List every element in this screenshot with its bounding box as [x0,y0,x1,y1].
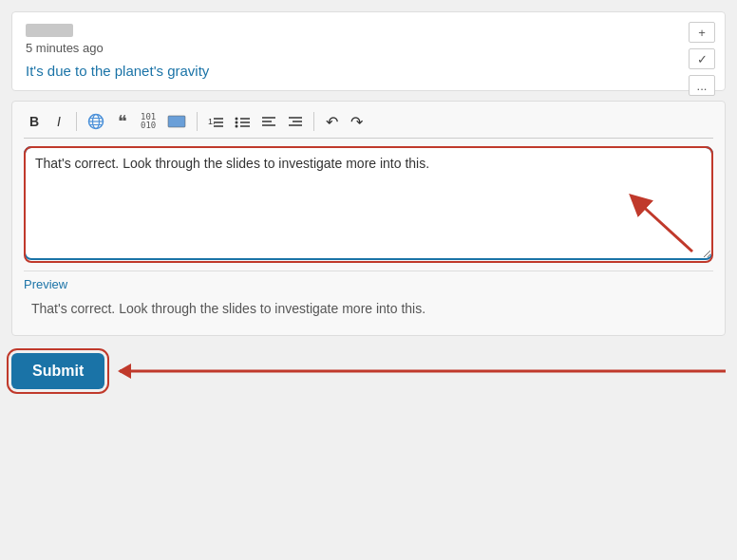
main-container: 5 minutes ago It's due to the planet's g… [0,0,737,560]
submit-arrow-annotation [120,362,726,381]
align-right-icon [288,115,303,128]
check-button[interactable]: ✓ [689,48,715,69]
comment-text: It's due to the planet's gravity [26,63,711,79]
svg-point-12 [236,125,238,128]
arrow-line [120,370,726,373]
align-left-icon [261,115,276,128]
comment-actions: + ✓ ... [689,22,715,96]
editor-toolbar: B I ❝ 101010 [24,111,713,139]
preview-text: That's correct. Look through the slides … [24,295,713,322]
align-right-button[interactable] [284,111,307,132]
align-left-button[interactable] [257,111,280,132]
add-button[interactable]: + [689,22,715,43]
preview-label: Preview [24,277,713,291]
bold-button[interactable]: B [24,111,45,132]
unordered-list-icon [235,115,250,128]
svg-rect-5 [168,116,185,127]
code-button[interactable]: 101010 [137,111,160,132]
reply-textarea[interactable]: That's correct. Look through the slides … [24,146,713,260]
unordered-list-button[interactable] [231,111,254,132]
submit-button[interactable]: Submit [11,353,104,389]
quote-button[interactable]: ❝ [112,111,133,132]
image-icon [167,115,186,128]
submit-area: Submit [11,345,726,393]
globe-button[interactable] [84,111,108,132]
undo-button[interactable]: ↶ [321,111,342,132]
avatar [26,24,73,37]
svg-point-11 [236,121,238,124]
toolbar-divider-3 [313,112,314,131]
italic-button[interactable]: I [48,111,69,132]
preview-section: Preview That's correct. Look through the… [24,271,713,322]
image-button[interactable] [163,111,190,132]
globe-icon [87,113,104,130]
svg-point-10 [236,118,238,121]
comment-time: 5 minutes ago [26,41,711,55]
comment-card: 5 minutes ago It's due to the planet's g… [11,11,726,91]
ordered-list-icon: 1. [208,115,223,128]
toolbar-divider-1 [76,112,77,131]
redo-button[interactable]: ↷ [346,111,367,132]
toolbar-divider-2 [197,112,198,131]
editor-card: B I ❝ 101010 [11,101,726,336]
textarea-wrapper: That's correct. Look through the slides … [24,146,713,263]
arrow-head [118,364,131,379]
more-button[interactable]: ... [689,75,715,96]
ordered-list-button[interactable]: 1. [204,111,227,132]
